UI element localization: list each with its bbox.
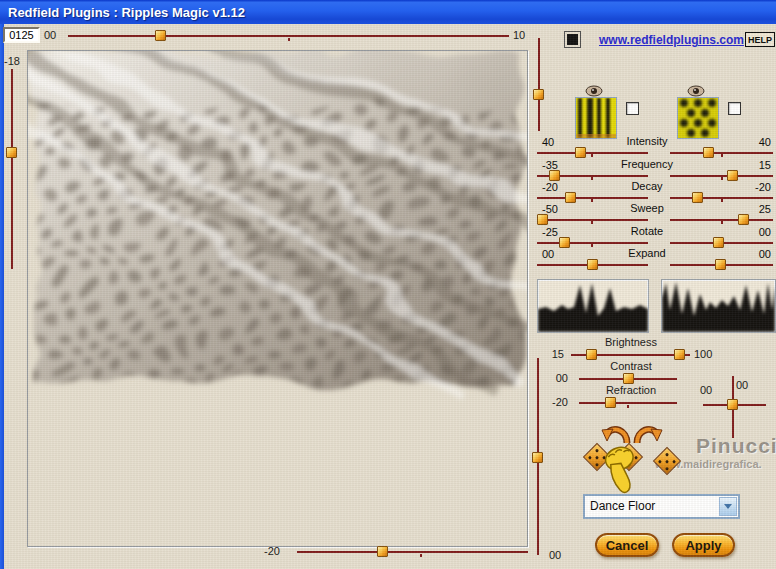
apply-label: Apply: [685, 538, 721, 553]
decay-left-value: -20: [542, 181, 558, 193]
offset-v-value: 00: [736, 379, 748, 391]
help-label: HELP: [748, 35, 772, 45]
frequency-label: Frequency: [567, 158, 727, 170]
left-slider-handle[interactable]: [6, 147, 17, 158]
preview-image[interactable]: [27, 50, 528, 547]
slider-row-sweep: -50 Sweep 25: [537, 203, 776, 226]
expand-left-value: 00: [542, 248, 554, 260]
slider-tick: [591, 154, 593, 157]
sweep-label: Sweep: [567, 202, 727, 214]
slider-tick: [721, 154, 723, 157]
sweep-right-handle[interactable]: [738, 214, 749, 225]
waveform-display-left: [537, 279, 649, 333]
intensity-right-value: 40: [739, 136, 771, 148]
dropdown-button[interactable]: [719, 497, 737, 516]
bottom-slider-handle[interactable]: [377, 546, 388, 557]
slider-tick: [627, 405, 629, 408]
texture2-checkbox[interactable]: [728, 102, 741, 115]
contrast-label: Contrast: [566, 360, 696, 372]
ripple-preview-render: [28, 51, 527, 546]
color-swatch-button[interactable]: [564, 31, 581, 48]
brightness-max-value: 100: [694, 348, 712, 360]
slider-tick: [591, 221, 593, 224]
intensity-left-handle[interactable]: [575, 147, 586, 158]
help-button[interactable]: HELP: [745, 32, 775, 47]
top-slider-tick: [288, 38, 290, 41]
expand-left-handle[interactable]: [587, 259, 598, 270]
contrast-value: 00: [548, 372, 568, 384]
window-title: Redfield Plugins : Ripples Magic v1.12: [0, 5, 245, 20]
cancel-button[interactable]: Cancel: [595, 533, 659, 557]
seed-value-box[interactable]: 0125: [3, 27, 40, 43]
random-dice-button[interactable]: [653, 447, 681, 475]
texture-thumbnail-dots[interactable]: [677, 97, 719, 139]
watermark-name: Pinuccia: [696, 434, 776, 458]
bottom-slider-value: -20: [264, 545, 280, 557]
zoom-slider-track[interactable]: [538, 38, 540, 131]
zoom-slider-handle[interactable]: [533, 89, 544, 100]
rotate-left-value: -25: [542, 226, 558, 238]
expand-label: Expand: [567, 247, 727, 259]
slider-row-decay: -20 Decay -20: [537, 181, 776, 204]
intensity-label: Intensity: [567, 135, 727, 147]
plugin-window: Redfield Plugins : Ripples Magic v1.12 0…: [0, 0, 776, 569]
waveform-display-right: [661, 279, 776, 333]
brightness-min-value: 15: [544, 348, 564, 360]
undo-redo-arrows-icon[interactable]: [601, 423, 663, 446]
rotate-label: Rotate: [567, 225, 727, 237]
brightness-min-handle[interactable]: [586, 349, 597, 360]
intensity-left-value: 40: [542, 136, 554, 148]
top-slider-track[interactable]: [68, 35, 509, 37]
offset-h-value: 00: [700, 384, 712, 396]
frequency-left-handle[interactable]: [549, 170, 560, 181]
slider-row-frequency: -35 Frequency 15: [537, 159, 776, 182]
phase-slider-value: 00: [549, 549, 561, 561]
texture-thumbnail-stripes[interactable]: [575, 97, 617, 139]
refraction-label: Refraction: [566, 384, 696, 396]
refraction-handle[interactable]: [605, 397, 616, 408]
slider-row-intensity: 40 Intensity 40: [537, 136, 776, 159]
frequency-right-handle[interactable]: [727, 170, 738, 181]
color-swatch: [567, 34, 578, 45]
slider-row-expand: 00 Expand 00: [537, 248, 776, 271]
refraction-track[interactable]: [579, 402, 677, 404]
offset-handle[interactable]: [727, 399, 738, 410]
left-slider-value: -18: [4, 55, 20, 67]
rotate-right-value: 00: [739, 226, 771, 238]
top-slider-handle[interactable]: [155, 30, 166, 41]
top-slider-max-label: 10: [513, 29, 525, 41]
phase-slider-handle[interactable]: [532, 452, 543, 463]
brightness-max-handle[interactable]: [674, 349, 685, 360]
eye-icon: [585, 85, 603, 97]
slider-tick: [420, 554, 422, 557]
expand-right-value: 00: [739, 248, 771, 260]
texture1-checkbox[interactable]: [626, 102, 639, 115]
chevron-down-icon: [724, 504, 732, 509]
bottom-slider-track[interactable]: [297, 551, 528, 553]
contrast-handle[interactable]: [623, 373, 634, 384]
brightness-label: Brightness: [566, 336, 696, 348]
window-left-border: [0, 24, 4, 569]
expand-right-handle[interactable]: [715, 259, 726, 270]
intensity-right-handle[interactable]: [703, 147, 714, 158]
slider-tick: [721, 221, 723, 224]
website-link[interactable]: www.redfieldplugins.com: [599, 33, 744, 47]
seed-value: 0125: [9, 29, 33, 41]
left-slider-track[interactable]: [11, 69, 13, 269]
eye-icon: [687, 85, 705, 97]
title-bar[interactable]: Redfield Plugins : Ripples Magic v1.12: [0, 0, 776, 24]
hand-cursor-icon: [597, 444, 643, 506]
cancel-label: Cancel: [606, 538, 649, 553]
slider-row-rotate: -25 Rotate 00: [537, 226, 776, 249]
refraction-value: -20: [544, 396, 568, 408]
decay-right-value: -20: [739, 181, 771, 193]
decay-label: Decay: [567, 180, 727, 192]
apply-button[interactable]: Apply: [672, 533, 735, 557]
frequency-right-value: 15: [739, 159, 771, 171]
top-slider-min-label: 00: [44, 29, 56, 41]
sweep-left-handle[interactable]: [537, 214, 548, 225]
